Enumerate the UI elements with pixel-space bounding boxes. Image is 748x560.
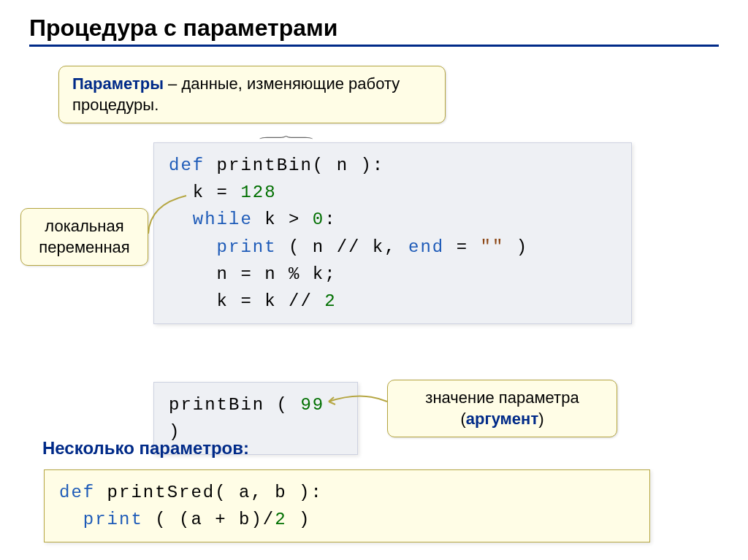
callout-argument: значение параметра (аргумент) [387,380,617,437]
num-literal: 2 [275,510,286,529]
paren: ) [538,410,543,428]
term-argument: аргумент [466,410,538,428]
subtitle-multiple-params: Несколько параметров: [42,438,249,459]
code-text: : [324,210,336,229]
code-text: ( n // k, [277,237,408,257]
code-line-5: n = n % k; [169,261,617,288]
kw-end: end [408,237,444,257]
code-sred: def printSred( a, b ): print ( (a + b)/2… [44,469,650,542]
code-text: ( (a + b)/ [143,510,275,529]
code-line-4: print ( n // k, end = "" ) [169,234,617,261]
callout-arg-line2: (аргумент) [401,409,603,430]
code-line-1: def printBin( n ): [169,152,617,179]
str-literal: "" [481,237,505,257]
callout-parameters: Параметры – данные, изменяющие работу пр… [58,66,446,123]
callout-local-variable: локальная переменная [20,208,148,266]
code-text: k = k // [169,291,324,311]
code-line-2: k = 128 [169,179,617,206]
title-underline [29,45,719,47]
kw-print: print [169,237,277,257]
callout-arg-line1: значение параметра [401,388,603,409]
code-sred-line-2: print ( (a + b)/2 ) [59,506,635,533]
term-parameters: Параметры [72,74,164,93]
num-literal: 99 [300,395,324,415]
page-title: Процедура с параметрами [29,15,719,42]
kw-print: print [59,510,143,529]
num-literal: 0 [313,210,324,229]
num-literal: 2 [324,291,336,311]
code-text: printSred( a, b ): [95,483,323,502]
code-text: printBin( n ): [205,156,384,175]
code-line-3: while k > 0: [169,206,617,233]
code-line-6: k = k // 2 [169,288,617,315]
kw-def: def [169,156,205,175]
code-text: ) [504,237,528,257]
code-main: def printBin( n ): k = 128 while k > 0: … [153,142,632,324]
kw-def: def [59,483,95,502]
code-sred-line-1: def printSred( a, b ): [59,479,635,506]
num-literal: 128 [240,183,276,202]
code-text: k > [253,210,313,229]
code-text: ) [287,510,311,529]
kw-while: while [169,210,253,229]
code-text: k = [169,183,240,202]
paren: ( [460,410,465,428]
code-text: = [444,237,480,257]
code-text: printBin ( [169,395,300,415]
